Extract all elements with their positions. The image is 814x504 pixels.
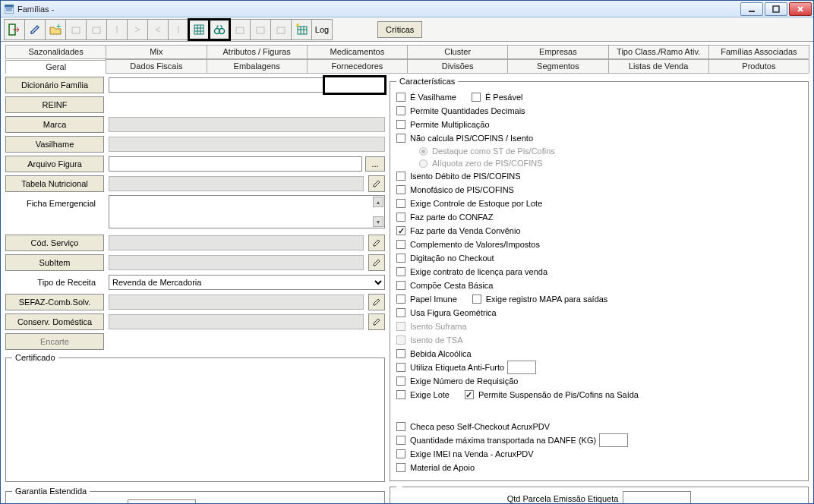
arquivo-figura-browse-button[interactable]: ...	[365, 156, 385, 172]
criticas-button[interactable]: Críticas	[377, 21, 422, 38]
lbl-imei: Exige IMEI na Venda - AcruxPDV	[410, 449, 534, 458]
chk-complemento[interactable]	[396, 240, 405, 249]
pencil-icon[interactable]	[24, 19, 46, 40]
toolbar-btn-12[interactable]	[229, 19, 251, 40]
scroll-up-icon[interactable]: ▴	[373, 197, 383, 207]
qtd-danfe-input[interactable]	[599, 433, 628, 447]
marca-label-button[interactable]: Marca	[5, 116, 104, 133]
log-button[interactable]: Log	[311, 19, 333, 40]
exit-icon[interactable]	[4, 19, 25, 40]
chk-exige-lote[interactable]	[396, 390, 405, 399]
arquivo-figura-input[interactable]	[109, 156, 362, 172]
tab-sazonalidades[interactable]: Sazonalidades	[5, 45, 106, 58]
chk-apoio[interactable]	[396, 463, 405, 472]
chk-cesta[interactable]	[396, 281, 405, 290]
toolbar-btn-14[interactable]	[270, 19, 292, 40]
toolbar-btn-9[interactable]	[168, 19, 189, 40]
tipo-receita-select[interactable]: Revenda de Mercadoria	[109, 275, 385, 290]
tab-tipo-class[interactable]: Tipo Class./Ramo Ativ.	[608, 45, 709, 58]
maximize-button[interactable]	[765, 2, 787, 16]
chk-multi[interactable]	[396, 120, 405, 129]
conserv-label-button[interactable]: Conserv. Doméstica	[5, 313, 104, 330]
chk-vasilhame[interactable]	[396, 93, 405, 102]
tab-embalagens[interactable]: Embalagens	[207, 59, 308, 73]
close-button[interactable]	[789, 2, 812, 16]
tab-empresas[interactable]: Empresas	[507, 45, 608, 58]
chk-permite-susp[interactable]	[465, 390, 474, 399]
tab-familias-assoc[interactable]: Famílias Associadas	[708, 45, 809, 58]
subitem-label-button[interactable]: SubItem	[5, 254, 104, 271]
chk-controle[interactable]	[396, 199, 405, 208]
dicionario-label-button[interactable]: Dicionário Família	[5, 77, 104, 93]
chk-isento-deb[interactable]	[396, 172, 405, 181]
toolbar-btn-4[interactable]	[65, 19, 87, 40]
minimize-button[interactable]	[740, 2, 763, 16]
chk-mapa[interactable]	[472, 295, 481, 304]
svg-rect-24	[298, 27, 307, 34]
scroll-down-icon[interactable]: ▾	[373, 216, 383, 227]
chk-papel[interactable]	[396, 295, 405, 304]
lbl-aliquota: Alíquota zero de PIS/COFINS	[432, 159, 543, 168]
subitem-edit-button[interactable]	[368, 254, 385, 271]
toolbar-btn-13[interactable]	[250, 19, 271, 40]
new-grid-icon[interactable]	[291, 19, 312, 40]
tab-dados-fiscais[interactable]: Dados Fiscais	[106, 59, 207, 73]
chk-pesavel[interactable]	[472, 93, 481, 102]
lbl-destaque: Destaque como ST de Pis/Cofins	[432, 146, 555, 156]
toolbar-btn-5[interactable]	[86, 19, 107, 40]
cod-servico-display	[109, 235, 364, 250]
tabela-nutricional-label-button[interactable]: Tabela Nutricional	[5, 175, 104, 192]
chk-contrato[interactable]	[396, 267, 405, 276]
grid-icon[interactable]	[188, 19, 210, 40]
chk-mono[interactable]	[396, 185, 405, 194]
textarea-scrollbar[interactable]: ▴ ▾	[373, 197, 383, 227]
conserv-edit-button[interactable]	[368, 313, 385, 330]
qtd-parcela-input[interactable]	[623, 491, 691, 504]
tabela-nutricional-edit-button[interactable]	[368, 175, 385, 192]
cod-servico-edit-button[interactable]	[368, 235, 385, 251]
dias-garantia-input[interactable]	[128, 499, 196, 504]
chk-requisicao[interactable]	[396, 376, 405, 386]
toolbar-btn-8[interactable]	[147, 19, 169, 40]
chk-bebida[interactable]	[396, 349, 405, 358]
chk-qtd-danfe[interactable]	[396, 436, 405, 445]
anti-furto-input[interactable]	[507, 361, 536, 374]
tab-mix[interactable]: Mix	[106, 45, 207, 58]
tab-produtos[interactable]: Produtos	[708, 59, 809, 73]
chk-anti-furto[interactable]	[396, 363, 405, 372]
dicionario-code-box[interactable]	[324, 77, 385, 93]
arquivo-figura-label-button[interactable]: Arquivo Figura	[5, 156, 104, 172]
vasilhame-label-button[interactable]: Vasilhame	[5, 136, 104, 153]
tab-segmentos[interactable]: Segmentos	[507, 59, 608, 73]
sefaz-label-button[interactable]: SEFAZ-Comb.Solv.	[5, 294, 104, 310]
chk-qtd-dec[interactable]	[396, 106, 405, 115]
tab-strip: Sazonalidades Mix Atributos / Figuras Me…	[5, 45, 809, 74]
tab-divisoes[interactable]: Divisões	[407, 59, 508, 73]
encarte-button[interactable]: Encarte	[5, 333, 104, 350]
chk-checkout[interactable]	[396, 254, 405, 263]
toolbar-btn-7[interactable]	[127, 19, 148, 40]
chk-suframa	[396, 322, 405, 331]
toolbar-btn-6[interactable]	[106, 19, 128, 40]
reinf-button[interactable]: REINF	[5, 96, 104, 113]
new-folder-icon[interactable]: +	[45, 19, 66, 40]
tab-fornecedores[interactable]: Fornecedores	[307, 59, 408, 73]
chk-nao-pis[interactable]	[396, 134, 405, 143]
tab-medicamentos[interactable]: Medicamentos	[307, 45, 408, 58]
chk-venda-conv[interactable]	[396, 226, 405, 235]
tabela-nutricional-display	[109, 176, 364, 191]
sefaz-edit-button[interactable]	[368, 294, 385, 310]
ficha-emergencial-textarea[interactable]: ▴ ▾	[109, 195, 385, 228]
tab-geral[interactable]: Geral	[5, 60, 106, 74]
chk-imei[interactable]	[396, 449, 405, 458]
tab-cluster[interactable]: Cluster	[407, 45, 508, 58]
chk-fig-geo[interactable]	[396, 308, 405, 317]
chk-checa-peso[interactable]	[396, 422, 405, 431]
binoculars-icon[interactable]	[209, 19, 230, 40]
chk-confaz[interactable]	[396, 213, 405, 222]
tab-listas-venda[interactable]: Listas de Venda	[608, 59, 709, 73]
tab-atributos[interactable]: Atributos / Figuras	[207, 45, 308, 58]
dicionario-input[interactable]	[109, 77, 325, 93]
lbl-checkout: Digitação no Checkout	[410, 254, 494, 263]
cod-servico-label-button[interactable]: Cód. Serviço	[5, 235, 104, 251]
